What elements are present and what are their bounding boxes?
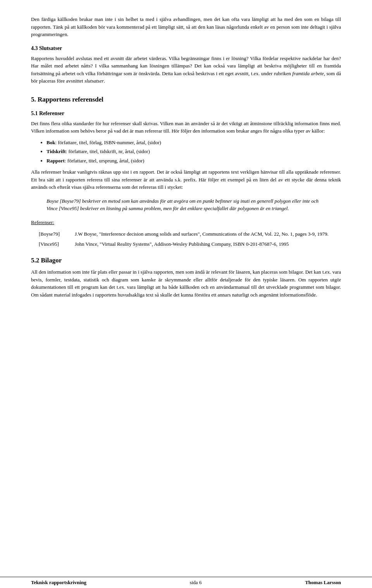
ref1-text: J.W Boyse, "Interference decision among … [75, 229, 341, 239]
ref2-key: [Vince95] [39, 239, 75, 249]
rapport-text: : författare, titel, ursprung, årtal, (s… [65, 158, 144, 164]
section-52-heading: 5.2 Bilagor [31, 257, 341, 264]
footer-left: Teknisk rapportskrivning [31, 579, 86, 586]
section-51-title: Referenser [39, 110, 64, 116]
section-5-heading: 5. Rapportens referensdel [31, 96, 341, 103]
section51-para2: Alla referenser brukar vanligtvis räknas… [31, 168, 341, 191]
section-52-number: 5.2 [31, 257, 39, 264]
slutsatser-italic: slutsatser [84, 78, 104, 84]
main-content: Den färdiga källkoden brukar man inte i … [31, 16, 341, 326]
bok-label: Bok [46, 140, 55, 145]
references-label: Referenser: [31, 219, 341, 226]
section-5-number: 5. [31, 96, 36, 103]
section-52-title: Bilagor [41, 257, 62, 264]
section-43-title: Slutsatser [39, 45, 62, 51]
table-row: [Boyse79] J.W Boyse, "Interference decis… [39, 229, 341, 239]
section51-para1: Det finns flera olika standarder för hur… [31, 120, 341, 135]
tidskrift-text: : författare, titel, tidskrift, nr, årta… [66, 148, 150, 154]
section-5-title: Rapportens referensdel [38, 96, 103, 103]
list-item-bok: Bok: författare, titel, förlag, ISBN-num… [46, 139, 341, 147]
intro-para2: Rapportens huvuddel avslutas med ett avs… [31, 55, 341, 85]
ref1-key: [Boyse79] [39, 229, 75, 239]
intro-para1: Den färdiga källkoden brukar man inte i … [31, 16, 341, 38]
rapport-label: Rapport [46, 158, 65, 164]
footer-center: sida 6 [190, 579, 202, 586]
footer-right: Thomas Larsson [305, 579, 341, 586]
ref2-text: John Vince, "Virtual Reality Systems", A… [75, 239, 341, 249]
list-item-tidskrift: Tidskrift: författare, titel, tidskrift,… [46, 148, 341, 155]
section-43-number: 4.3 [31, 45, 38, 51]
references-table: [Boyse79] J.W Boyse, "Interference decis… [39, 229, 341, 249]
tidskrift-label: Tidskrift [46, 148, 66, 154]
table-row: [Vince95] John Vince, "Virtual Reality S… [39, 239, 341, 249]
intro-para2-final: . [104, 78, 105, 84]
list-item-rapport: Rapport: författare, titel, ursprung, år… [46, 157, 341, 165]
italic-example-text: Boyse [Boyse79] beskriver en metod som k… [46, 198, 319, 212]
section-51-number: 5.1 [31, 110, 38, 116]
page-footer: Teknisk rapportskrivning sida 6 Thomas L… [0, 577, 372, 588]
bok-text: : författare, titel, förlag, ISBN-nummer… [55, 140, 161, 145]
section52-para1: All den information som inte får plats e… [31, 268, 341, 298]
section-51-heading: 5.1 Referenser [31, 110, 341, 117]
section-43-heading: 4.3 Slutsatser [31, 45, 341, 52]
italic-example: Boyse [Boyse79] beskriver en metod som k… [46, 197, 326, 212]
reference-types-list: Bok: författare, titel, förlag, ISBN-num… [46, 139, 341, 165]
framtida-arbete-italic: framtida arbete [292, 71, 324, 76]
page: Den färdiga källkoden brukar man inte i … [0, 0, 372, 588]
